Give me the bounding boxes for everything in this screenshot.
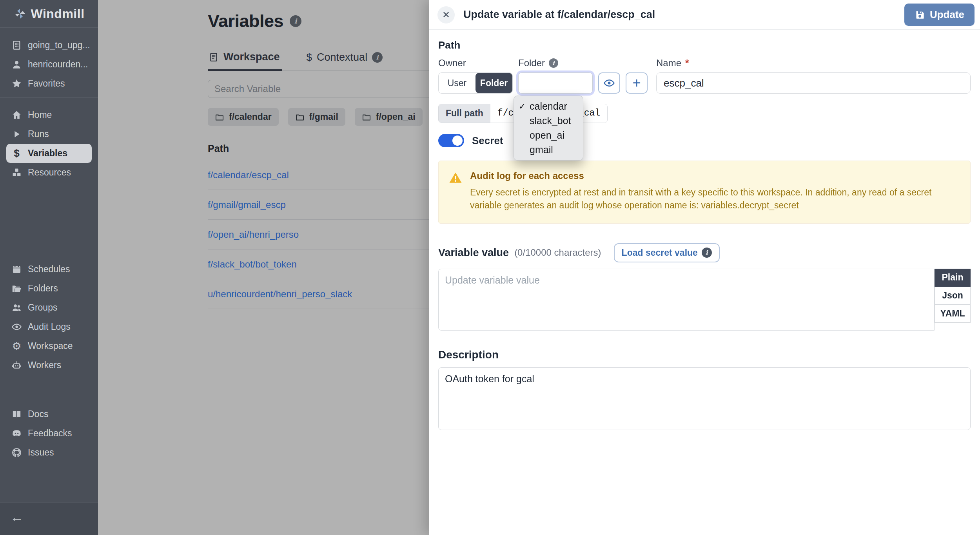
format-tab-yaml[interactable]: YAML bbox=[935, 305, 971, 323]
folder-select[interactable] bbox=[518, 72, 593, 94]
sidebar-item-label: Issues bbox=[28, 447, 54, 458]
users-icon bbox=[11, 302, 22, 313]
dropdown-option-gmail[interactable]: gmail bbox=[514, 143, 583, 157]
drawer-header: ✕ Update variable at f/calendar/escp_cal… bbox=[429, 0, 980, 30]
sidebar-item-feedbacks[interactable]: Feedbacks bbox=[6, 424, 92, 443]
save-icon bbox=[915, 9, 925, 20]
github-icon bbox=[11, 447, 22, 458]
audit-warning-banner: Audit log for each access Every secret i… bbox=[438, 161, 971, 224]
variable-value-editor: Plain Json YAML bbox=[438, 269, 971, 331]
owner-folder-segment[interactable]: Folder bbox=[475, 73, 512, 93]
sidebar-spacer bbox=[0, 186, 98, 252]
sidebar-context-group: going_to_upg... henricourden... Favorite… bbox=[0, 28, 98, 97]
sidebar-item-label: Variables bbox=[28, 148, 67, 159]
collapse-sidebar-button[interactable]: ← bbox=[10, 510, 24, 524]
sidebar-item-label: Home bbox=[28, 110, 52, 120]
dropdown-option-slack-bot[interactable]: slack_bot bbox=[514, 114, 583, 128]
sidebar-links-group: Docs Feedbacks Issues bbox=[0, 397, 98, 466]
sidebar-item-issues[interactable]: Issues bbox=[6, 443, 92, 462]
favorites-label: Favorites bbox=[28, 78, 65, 89]
sidebar-item-label: Workspace bbox=[28, 341, 73, 351]
workspace-name: going_to_upg... bbox=[28, 40, 90, 51]
folder-dropdown-menu: ✓ calendar slack_bot open_ai gmail bbox=[514, 96, 583, 161]
gear-icon: ⚙ bbox=[11, 341, 22, 351]
eye-icon bbox=[603, 77, 615, 89]
dropdown-option-label: gmail bbox=[530, 144, 553, 155]
update-button[interactable]: Update bbox=[904, 4, 975, 26]
dropdown-option-label: open_ai bbox=[530, 130, 564, 141]
book-icon bbox=[11, 409, 22, 419]
warning-body: Every secret is encrypted at rest and in… bbox=[470, 186, 960, 212]
sidebar-item-schedules[interactable]: Schedules bbox=[6, 260, 92, 279]
secret-toggle[interactable] bbox=[438, 134, 464, 147]
sidebar-item-label: Feedbacks bbox=[28, 428, 72, 439]
warning-triangle-icon bbox=[449, 171, 462, 184]
windmill-logo-icon bbox=[13, 7, 27, 20]
sidebar-item-home[interactable]: Home bbox=[6, 105, 92, 125]
load-secret-value-label: Load secret value bbox=[622, 248, 698, 258]
sidebar-item-label: Runs bbox=[28, 129, 49, 139]
dropdown-option-open-ai[interactable]: open_ai bbox=[514, 128, 583, 143]
format-tab-plain[interactable]: Plain bbox=[935, 269, 971, 287]
toggle-knob bbox=[452, 136, 463, 146]
info-icon[interactable]: i bbox=[702, 248, 712, 258]
sidebar-item-label: Folders bbox=[28, 283, 58, 294]
sidebar-item-workspace-settings[interactable]: ⚙ Workspace bbox=[6, 336, 92, 356]
required-asterisk: * bbox=[685, 58, 689, 69]
name-label: Name bbox=[656, 58, 681, 69]
sidebar-bottom: ← bbox=[0, 502, 98, 535]
path-controls: Owner Folder i Name * User Folder bbox=[438, 58, 971, 94]
sidebar-item-folders[interactable]: Folders bbox=[6, 279, 92, 298]
sidebar-nav-group: Home Runs $ Variables Resources bbox=[0, 98, 98, 186]
format-tab-json[interactable]: Json bbox=[935, 287, 971, 305]
sidebar-item-docs[interactable]: Docs bbox=[6, 405, 92, 424]
cubes-icon bbox=[11, 167, 22, 178]
update-button-label: Update bbox=[930, 9, 964, 21]
character-counter: (0/10000 characters) bbox=[514, 247, 601, 258]
home-icon bbox=[11, 110, 22, 120]
drawer-title: Update variable at f/calendar/escp_cal bbox=[463, 9, 655, 21]
sidebar-item-workspace-switcher[interactable]: going_to_upg... bbox=[6, 36, 92, 55]
user-name: henricourden... bbox=[28, 59, 88, 70]
close-drawer-button[interactable]: ✕ bbox=[437, 6, 455, 23]
sidebar-item-favorites[interactable]: Favorites bbox=[6, 74, 92, 93]
info-icon[interactable]: i bbox=[549, 58, 558, 68]
sidebar-gap bbox=[0, 379, 98, 397]
full-path-label: Full path bbox=[439, 104, 490, 123]
view-folder-button[interactable] bbox=[598, 72, 620, 94]
sidebar-item-resources[interactable]: Resources bbox=[6, 163, 92, 182]
robot-icon bbox=[11, 360, 22, 371]
path-section-heading: Path bbox=[438, 39, 971, 51]
play-icon bbox=[11, 129, 22, 139]
sidebar-item-label: Docs bbox=[28, 409, 48, 419]
sidebar-admin-group: Schedules Folders Groups bbox=[0, 252, 98, 379]
windmill-logo-text: Windmill bbox=[31, 7, 84, 21]
sidebar-item-audit-logs[interactable]: Audit Logs bbox=[6, 317, 92, 336]
sidebar-item-variables[interactable]: $ Variables bbox=[6, 144, 92, 163]
drawer-body: Path Owner Folder i Name * User Folder bbox=[429, 30, 980, 432]
description-textarea[interactable]: OAuth token for gcal bbox=[438, 367, 971, 430]
windmill-logo[interactable]: Windmill bbox=[0, 0, 98, 27]
update-variable-drawer: ✕ Update variable at f/calendar/escp_cal… bbox=[429, 0, 980, 535]
close-icon: ✕ bbox=[442, 9, 450, 20]
sidebar-item-workers[interactable]: Workers bbox=[6, 356, 92, 375]
sidebar-item-label: Schedules bbox=[28, 264, 70, 275]
owner-user-segment[interactable]: User bbox=[439, 73, 475, 93]
sidebar-item-runs[interactable]: Runs bbox=[6, 125, 92, 144]
sidebar-item-groups[interactable]: Groups bbox=[6, 298, 92, 317]
calendar-icon bbox=[11, 264, 22, 275]
dropdown-option-label: slack_bot bbox=[530, 115, 571, 127]
variable-value-header: Variable value (0/10000 characters) Load… bbox=[438, 243, 971, 262]
variable-value-heading: Variable value bbox=[438, 247, 509, 259]
format-tabs: Plain Json YAML bbox=[935, 269, 971, 323]
variable-value-textarea[interactable] bbox=[438, 269, 935, 331]
discord-icon bbox=[11, 428, 22, 439]
dropdown-option-calendar[interactable]: ✓ calendar bbox=[514, 99, 583, 114]
sidebar-item-user[interactable]: henricourden... bbox=[6, 55, 92, 74]
variable-name-input[interactable] bbox=[656, 72, 971, 94]
add-folder-button[interactable]: + bbox=[626, 72, 648, 94]
eye-icon bbox=[11, 322, 22, 332]
dollar-icon: $ bbox=[11, 148, 22, 159]
warning-title: Audit log for each access bbox=[470, 170, 960, 181]
load-secret-value-button[interactable]: Load secret value i bbox=[614, 243, 720, 262]
